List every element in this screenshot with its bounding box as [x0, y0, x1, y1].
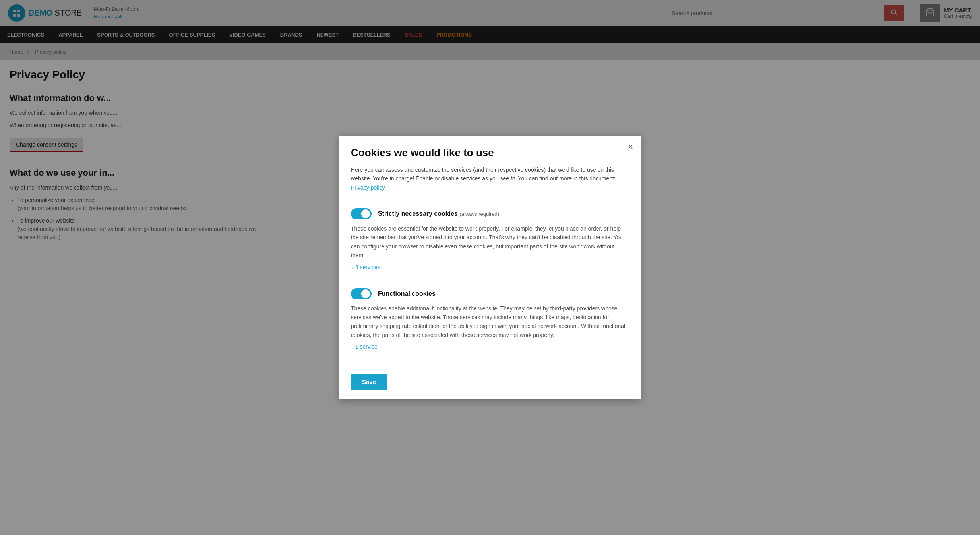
privacy-policy-link[interactable]: Privacy policy.: [351, 184, 386, 191]
strictly-necessary-header: Strictly necessary cookies (always requi…: [351, 208, 629, 219]
always-required-badge: (always required): [459, 211, 499, 217]
strictly-necessary-title: Strictly necessary cookies (always requi…: [378, 210, 499, 217]
modal-overlay: Cookies we would like to use Here you ca…: [0, 0, 980, 254]
strictly-necessary-section: Strictly necessary cookies (always requi…: [351, 208, 629, 254]
modal-desc-text: Here you can assess and customize the se…: [351, 167, 616, 182]
modal-header: Cookies we would like to use Here you ca…: [339, 136, 641, 200]
modal-title: Cookies we would like to use: [351, 147, 629, 159]
modal-description: Here you can assess and customize the se…: [351, 165, 629, 192]
strictly-necessary-toggle[interactable]: [351, 208, 372, 219]
modal-close-button[interactable]: ×: [628, 142, 633, 152]
cookie-consent-modal: Cookies we would like to use Here you ca…: [339, 136, 641, 254]
strictly-necessary-desc: These cookies are essential for the webs…: [351, 224, 629, 254]
cookie-sections: Strictly necessary cookies (always requi…: [339, 200, 641, 254]
